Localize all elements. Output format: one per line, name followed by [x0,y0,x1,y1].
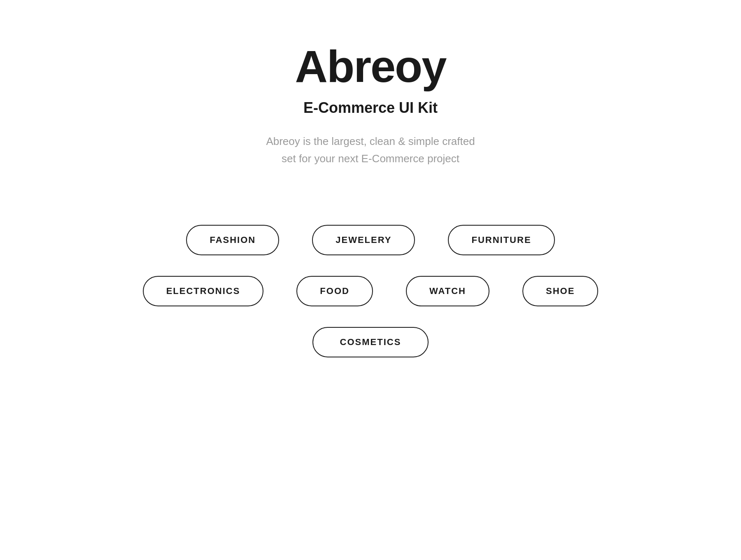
category-fashion[interactable]: FASHION [186,225,279,255]
hero-section: Abreoy E-Commerce UI Kit Abreoy is the l… [266,0,475,192]
description-line1: Abreoy is the largest, clean & simple cr… [266,135,475,147]
category-shoe[interactable]: SHOE [522,276,598,306]
categories-section: FASHION JEWELERY FURNITURE ELECTRONICS F… [0,225,741,357]
category-electronics[interactable]: ELECTRONICS [143,276,264,306]
category-jewelery[interactable]: JEWELERY [312,225,415,255]
description: Abreoy is the largest, clean & simple cr… [266,133,475,167]
category-watch[interactable]: WATCH [406,276,489,306]
subtitle: E-Commerce UI Kit [266,99,475,117]
category-row-1: FASHION JEWELERY FURNITURE [186,225,555,255]
brand-title: Abreoy [266,41,475,91]
category-cosmetics[interactable]: COSMETICS [312,327,429,357]
category-row-3: COSMETICS [312,327,429,357]
description-line2: set for your next E-Commerce project [282,152,459,165]
category-furniture[interactable]: FURNITURE [448,225,555,255]
category-row-2: ELECTRONICS FOOD WATCH SHOE [143,276,599,306]
category-food[interactable]: FOOD [296,276,373,306]
